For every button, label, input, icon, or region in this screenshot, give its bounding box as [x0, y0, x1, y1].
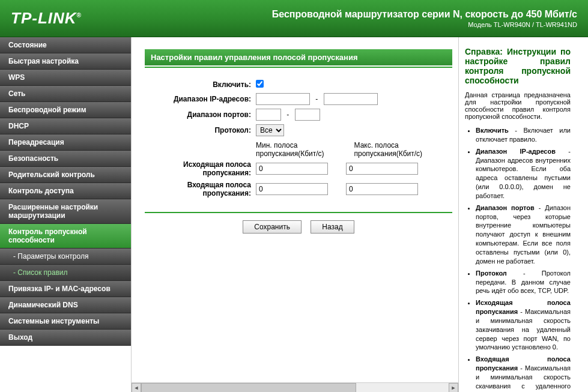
egress-max-input[interactable] — [346, 163, 418, 175]
label-enable: Включить: — [145, 80, 256, 89]
sidebar-item-17[interactable]: Выход — [0, 330, 131, 346]
sidebar-item-1[interactable]: Быстрая настройка — [0, 53, 131, 70]
save-button[interactable]: Сохранить — [243, 220, 302, 234]
help-item-4: Исходящая полоса пропускания - Максималь… — [476, 298, 571, 352]
sidebar-item-2[interactable]: WPS — [0, 70, 131, 86]
horizontal-scrollbar[interactable]: ◄ ► — [132, 382, 458, 392]
range-sep: - — [312, 95, 321, 103]
sidebar-item-7[interactable]: Безопасность — [0, 151, 131, 167]
label-max-bw: Макс. полоса пропускания(Кбит/с) — [354, 141, 453, 158]
label-ip-range: Диапазон IP-адресов: — [145, 95, 256, 103]
range-sep: - — [283, 110, 292, 119]
label-protocol: Протокол: — [145, 126, 256, 134]
sidebar-item-8[interactable]: Родительский контроль — [0, 167, 131, 183]
sidebar-item-5[interactable]: DHCP — [0, 118, 131, 134]
ip-to-input[interactable] — [324, 93, 378, 105]
sidebar-item-3[interactable]: Сеть — [0, 86, 131, 102]
scrollbar-thumb[interactable] — [141, 383, 356, 393]
header-model: Модель TL-WR940N / TL-WR941ND — [272, 21, 577, 28]
sidebar-item-13[interactable]: - Список правил — [0, 265, 131, 281]
help-intro: Данная страница предназначена для настро… — [465, 91, 571, 120]
enable-checkbox[interactable] — [256, 80, 264, 88]
sidebar-item-4[interactable]: Беспроводной режим — [0, 102, 131, 118]
divider — [145, 67, 452, 68]
sidebar-item-11[interactable]: Контроль пропускной способности — [0, 224, 131, 249]
label-port-range: Диапазон портов: — [145, 110, 256, 119]
header: TP-LINK® Беспроводной маршрутизатор сери… — [0, 0, 588, 37]
sidebar-item-15[interactable]: Динамический DNS — [0, 297, 131, 313]
sidebar-item-0[interactable]: Состояние — [0, 37, 131, 53]
ingress-min-input[interactable] — [256, 183, 328, 195]
protocol-select[interactable]: Все — [256, 124, 284, 136]
sidebar-item-16[interactable]: Системные инструменты — [0, 313, 131, 330]
port-from-input[interactable] — [256, 109, 281, 121]
sidebar: СостояниеБыстрая настройкаWPSСетьБеспров… — [0, 37, 131, 392]
logo: TP-LINK® — [11, 9, 82, 28]
sidebar-item-14[interactable]: Привязка IP- и MAC-адресов — [0, 281, 131, 297]
help-item-3: Протокол - Протокол передачи. В данном с… — [476, 269, 571, 296]
port-to-input[interactable] — [295, 109, 320, 121]
sidebar-item-12[interactable]: - Параметры контроля — [0, 249, 131, 265]
header-title: Беспроводной маршрутизатор серии N, скор… — [272, 9, 577, 20]
sidebar-item-9[interactable]: Контроль доступа — [0, 183, 131, 199]
page-title: Настройки правил управления полосой проп… — [145, 49, 452, 65]
ip-from-input[interactable] — [256, 93, 310, 105]
scroll-left-icon[interactable]: ◄ — [132, 383, 141, 393]
ingress-max-input[interactable] — [346, 183, 418, 195]
sidebar-item-10[interactable]: Расширенные настройки маршрутизации — [0, 199, 131, 224]
label-min-bw: Мин. полоса пропускания(Кбит/с) — [256, 141, 354, 158]
help-item-5: Входящая полоса пропускания - Максимальн… — [476, 355, 571, 392]
header-right: Беспроводной маршрутизатор серии N, скор… — [272, 9, 577, 28]
scroll-right-icon[interactable]: ► — [449, 383, 458, 393]
help-panel: Справка: Инструкции по настройке правил … — [459, 37, 577, 392]
help-item-2: Диапазон портов - Дипазон портов, через … — [476, 204, 571, 266]
egress-min-input[interactable] — [256, 163, 328, 175]
content: Настройки правил управления полосой проп… — [132, 37, 459, 392]
help-item-0: Включить - Включает или отключает правил… — [476, 126, 571, 144]
label-ingress: Входящая полоса пропускания: — [145, 181, 256, 198]
back-button[interactable]: Назад — [311, 220, 354, 234]
help-item-1: Диапазон IP-адресов - Диапазон адресов в… — [476, 147, 571, 201]
sidebar-item-6[interactable]: Переадресация — [0, 134, 131, 151]
help-title: Справка: Инструкции по настройке правил … — [465, 47, 571, 85]
label-egress: Исходящая полоса пропускания: — [145, 160, 256, 177]
